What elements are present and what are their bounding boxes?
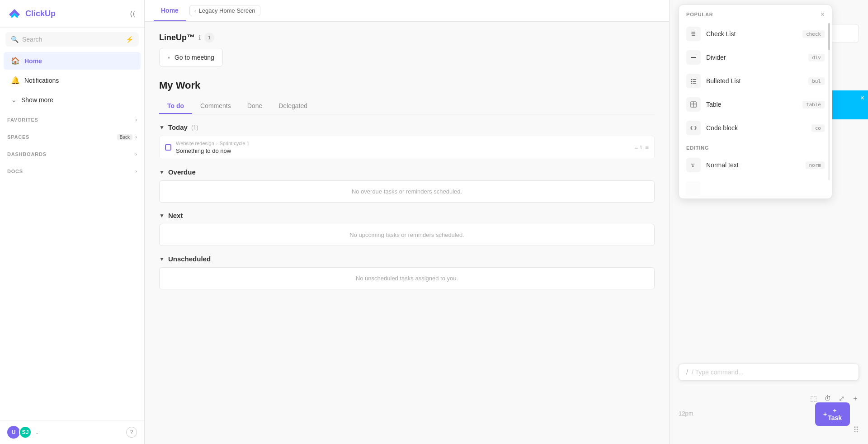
popup-header: POPULAR × — [679, 5, 832, 22]
popup-item-table[interactable]: Table table — [679, 93, 832, 116]
tab-home[interactable]: Home — [154, 0, 186, 21]
home-icon: 🏠 — [11, 57, 20, 65]
today-count: (1) — [191, 124, 198, 131]
task-subtask-count: ⌙ 1 — [634, 145, 642, 151]
lineup-info-icon[interactable]: ℹ — [198, 34, 201, 41]
divider-shortcut: div — [808, 54, 825, 61]
right-panel: Trendin ● Find a POPULAR × Check List ch… — [669, 0, 868, 444]
section-next-header[interactable]: ▼ Next — [159, 212, 655, 219]
work-tab-todo[interactable]: To do — [159, 99, 192, 114]
popup-item-partial[interactable] — [679, 177, 832, 198]
overdue-label: Overdue — [168, 168, 196, 176]
lineup-count-badge: 1 — [204, 33, 214, 43]
svg-rect-6 — [691, 33, 692, 34]
legacy-tab-label: Legacy Home Screen — [199, 7, 255, 14]
popup-item-normaltext[interactable]: T Normal text norm — [679, 153, 832, 177]
breadcrumb-sprint: Sprint cycle 1 — [219, 141, 249, 146]
codeblock-shortcut: co — [811, 124, 825, 132]
copy-icon[interactable]: ⬚ — [810, 394, 817, 403]
spaces-back-tag[interactable]: Back — [117, 134, 132, 140]
avatar-u[interactable]: U — [7, 426, 20, 439]
plus-icon[interactable]: ＋ — [852, 394, 859, 403]
editing-section-title: EDITING — [686, 145, 709, 151]
next-arrow-icon: ▼ — [159, 213, 165, 219]
sidebar-item-notifications[interactable]: 🔔 Notifications — [4, 71, 141, 89]
notifications-label: Notifications — [24, 77, 59, 84]
checklist-label: Check List — [706, 30, 736, 38]
work-tab-comments[interactable]: Comments — [192, 99, 239, 114]
unscheduled-label: Unscheduled — [168, 255, 211, 263]
section-dashboards[interactable]: DASHBOARDS › — [0, 147, 144, 161]
section-next: ▼ Next No upcoming tasks or reminders sc… — [159, 212, 655, 246]
home-label: Home — [24, 57, 42, 65]
popup-close-button[interactable]: × — [821, 10, 825, 19]
section-today-header[interactable]: ▼ Today (1) — [159, 123, 655, 131]
lineup-title: LineUp™ — [159, 33, 195, 43]
section-unscheduled-header[interactable]: ▼ Unscheduled — [159, 255, 655, 263]
bottom-actions: + + Task ⠿ — [853, 425, 859, 435]
sidebar-bottom: U SJ ⌄ ? — [0, 420, 144, 444]
notification-close-button[interactable]: × — [860, 94, 864, 102]
section-overdue-header[interactable]: ▼ Overdue — [159, 168, 655, 176]
checklist-icon — [686, 27, 701, 41]
section-docs[interactable]: DOCS › — [0, 165, 144, 178]
checklist-shortcut: check — [802, 30, 825, 38]
popup-item-bulletedlist[interactable]: Bulleted List bul — [679, 69, 832, 93]
new-task-label: + Task — [828, 407, 842, 421]
expand-icon[interactable]: ⤢ — [839, 394, 844, 403]
collapse-sidebar-button[interactable]: ⟨⟨ — [128, 8, 137, 20]
new-task-button[interactable]: + + Task — [815, 402, 850, 426]
today-arrow-icon: ▼ — [159, 124, 165, 131]
lineup-card-meeting[interactable]: ▪ Go to meeting — [159, 48, 223, 67]
divider-icon — [686, 50, 701, 65]
command-placeholder: / Type command... — [692, 368, 851, 376]
section-spaces[interactable]: SPACES Back › — [0, 130, 144, 144]
popup-scrollbar-thumb[interactable] — [828, 23, 830, 50]
meeting-card-icon: ▪ — [168, 54, 170, 61]
lineup-header: LineUp™ ℹ 1 — [159, 33, 655, 43]
user-chevron-icon[interactable]: ⌄ — [35, 430, 39, 435]
clickup-logo-icon — [7, 6, 22, 21]
content-area: LineUp™ ℹ 1 ▪ Go to meeting My Work To d… — [145, 22, 669, 444]
breadcrumb-project: Website redesign — [176, 141, 214, 146]
spaces-label: SPACES — [7, 134, 29, 140]
section-unscheduled: ▼ Unscheduled No unscheduled tasks assig… — [159, 255, 655, 289]
dashboards-label: DASHBOARDS — [7, 151, 47, 157]
sidebar-header: ClickUp ⟨⟨ — [0, 0, 144, 28]
grid-dots-icon[interactable]: ⠿ — [853, 425, 859, 435]
avatar-sj[interactable]: SJ — [19, 426, 32, 439]
top-tabs: Home ‹ Legacy Home Screen — [145, 0, 669, 22]
table-icon — [686, 97, 701, 112]
table-shortcut: table — [802, 101, 825, 109]
overdue-empty: No overdue tasks or reminders scheduled. — [159, 180, 655, 203]
bottom-toolbar: ⬚ ⏱ ⤢ ＋ — [810, 394, 859, 403]
svg-point-9 — [691, 81, 692, 82]
task-options-icon[interactable]: ≡ — [645, 144, 649, 151]
sidebar-item-show-more[interactable]: ⌄ Show more — [4, 91, 141, 109]
popup-item-codeblock[interactable]: Code block co — [679, 116, 832, 140]
svg-point-8 — [691, 79, 692, 80]
sidebar: ClickUp ⟨⟨ 🔍 Search ⚡ 🏠 Home 🔔 Notificat… — [0, 0, 145, 444]
breadcrumb-sep-icon: › — [216, 141, 218, 146]
bulletedlist-label: Bulleted List — [706, 77, 741, 85]
spaces-chevron-icon: › — [135, 134, 137, 140]
overdue-arrow-icon: ▼ — [159, 169, 165, 175]
help-button[interactable]: ? — [126, 427, 137, 438]
work-tab-delegated[interactable]: Delegated — [270, 99, 316, 114]
divider-label: Divider — [706, 54, 726, 61]
work-tab-done[interactable]: Done — [239, 99, 270, 114]
bell-icon: 🔔 — [11, 76, 20, 85]
svg-text:T: T — [691, 162, 695, 168]
tab-legacy[interactable]: ‹ Legacy Home Screen — [189, 5, 260, 16]
sidebar-item-home[interactable]: 🏠 Home — [4, 52, 141, 70]
new-task-plus-icon: + — [823, 411, 827, 418]
popup-item-checklist[interactable]: Check List check — [679, 22, 832, 46]
search-placeholder: Search — [22, 36, 122, 43]
task-checkbox[interactable] — [165, 144, 171, 151]
section-favorites[interactable]: FAVORITES › — [0, 113, 144, 127]
command-bar[interactable]: / / Type command... — [679, 364, 859, 381]
search-bar[interactable]: 🔍 Search ⚡ — [5, 32, 139, 47]
clock-icon[interactable]: ⏱ — [824, 395, 831, 403]
lightning-button[interactable]: ⚡ — [126, 36, 133, 43]
popup-item-divider[interactable]: Divider div — [679, 46, 832, 69]
